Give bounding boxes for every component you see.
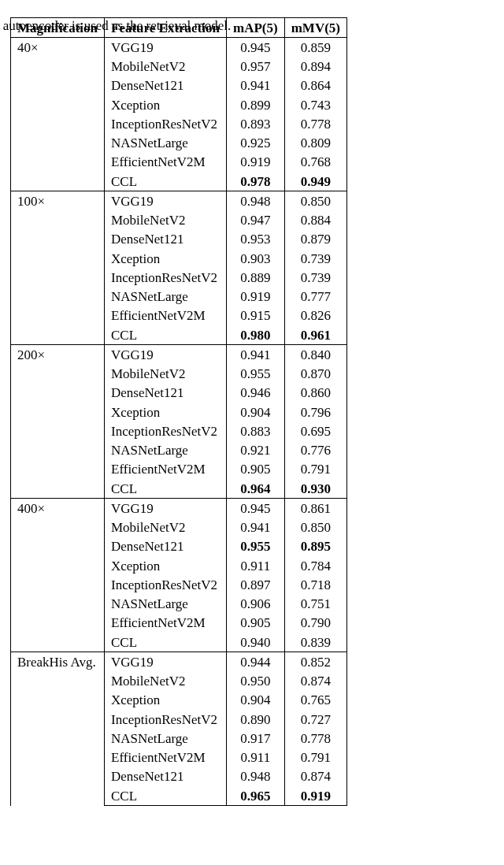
- map5-cell: 0.941: [227, 76, 285, 95]
- map5-cell: 0.904: [227, 691, 285, 710]
- table-row: 400×VGG190.9450.861: [11, 499, 347, 518]
- feature-cell: VGG19: [105, 191, 227, 211]
- map5-cell: 0.890: [227, 710, 285, 729]
- mmv5-cell: 0.768: [284, 153, 346, 172]
- feature-cell: EfficientNetV2M: [105, 614, 227, 633]
- mmv5-cell: 0.895: [284, 537, 346, 556]
- mmv5-cell: 0.791: [284, 460, 346, 479]
- map5-cell: 0.919: [227, 288, 285, 306]
- map5-cell: 0.946: [227, 384, 285, 403]
- feature-cell: Xception: [105, 95, 227, 114]
- map5-cell: 0.904: [227, 403, 285, 421]
- map5-cell: 0.965: [227, 786, 285, 806]
- map5-cell: 0.947: [227, 211, 285, 230]
- feature-cell: VGG19: [105, 499, 227, 518]
- feature-cell: DenseNet121: [105, 230, 227, 249]
- mmv5-cell: 0.718: [284, 575, 346, 594]
- mmv5-cell: 0.809: [284, 134, 346, 153]
- mmv5-cell: 0.861: [284, 499, 346, 518]
- mmv5-cell: 0.859: [284, 38, 346, 58]
- feature-cell: NASNetLarge: [105, 729, 227, 748]
- mmv5-cell: 0.879: [284, 230, 346, 249]
- col-mmv5: mMV(5): [284, 18, 346, 38]
- mmv5-cell: 0.743: [284, 95, 346, 114]
- map5-cell: 0.945: [227, 499, 285, 518]
- mmv5-cell: 0.695: [284, 421, 346, 440]
- mmv5-cell: 0.796: [284, 403, 346, 421]
- mmv5-cell: 0.777: [284, 288, 346, 306]
- mmv5-cell: 0.784: [284, 556, 346, 575]
- map5-cell: 0.948: [227, 767, 285, 786]
- map5-cell: 0.911: [227, 556, 285, 575]
- feature-cell: EfficientNetV2M: [105, 460, 227, 479]
- magnification-cell: BreakHis Avg.: [11, 652, 105, 806]
- feature-cell: DenseNet121: [105, 767, 227, 786]
- map5-cell: 0.889: [227, 268, 285, 287]
- magnification-cell: 40×: [11, 38, 105, 191]
- feature-cell: DenseNet121: [105, 384, 227, 403]
- map5-cell: 0.941: [227, 345, 285, 365]
- feature-cell: CCL: [105, 172, 227, 191]
- mmv5-cell: 0.751: [284, 595, 346, 614]
- feature-cell: VGG19: [105, 652, 227, 672]
- map5-cell: 0.883: [227, 421, 285, 440]
- mmv5-cell: 0.870: [284, 365, 346, 384]
- map5-cell: 0.905: [227, 460, 285, 479]
- mmv5-cell: 0.826: [284, 306, 346, 325]
- mmv5-cell: 0.778: [284, 729, 346, 748]
- feature-cell: EfficientNetV2M: [105, 748, 227, 767]
- feature-cell: MobileNetV2: [105, 211, 227, 230]
- mmv5-cell: 0.727: [284, 710, 346, 729]
- map5-cell: 0.980: [227, 325, 285, 345]
- map5-cell: 0.917: [227, 729, 285, 748]
- mmv5-cell: 0.778: [284, 114, 346, 133]
- feature-cell: NASNetLarge: [105, 288, 227, 306]
- mmv5-cell: 0.839: [284, 633, 346, 652]
- mmv5-cell: 0.840: [284, 345, 346, 365]
- map5-cell: 0.906: [227, 595, 285, 614]
- feature-cell: CCL: [105, 786, 227, 806]
- magnification-cell: 200×: [11, 345, 105, 499]
- mmv5-cell: 0.860: [284, 384, 346, 403]
- magnification-cell: 100×: [11, 191, 105, 345]
- mmv5-cell: 0.852: [284, 652, 346, 672]
- map5-cell: 0.911: [227, 748, 285, 767]
- feature-cell: CCL: [105, 479, 227, 499]
- mmv5-cell: 0.949: [284, 172, 346, 191]
- map5-cell: 0.899: [227, 95, 285, 114]
- feature-cell: Xception: [105, 691, 227, 710]
- feature-cell: VGG19: [105, 38, 227, 58]
- table-row: 100×VGG190.9480.850: [11, 191, 347, 211]
- map5-cell: 0.941: [227, 518, 285, 537]
- map5-cell: 0.921: [227, 441, 285, 460]
- mmv5-cell: 0.739: [284, 268, 346, 287]
- feature-cell: Xception: [105, 556, 227, 575]
- col-map5: mAP(5): [227, 18, 285, 38]
- feature-cell: InceptionResNetV2: [105, 421, 227, 440]
- map5-cell: 0.940: [227, 633, 285, 652]
- mmv5-cell: 0.776: [284, 441, 346, 460]
- feature-cell: Xception: [105, 249, 227, 268]
- map5-cell: 0.950: [227, 672, 285, 691]
- feature-cell: MobileNetV2: [105, 58, 227, 76]
- map5-cell: 0.903: [227, 249, 285, 268]
- map5-cell: 0.925: [227, 134, 285, 153]
- feature-cell: InceptionResNetV2: [105, 710, 227, 729]
- feature-cell: Xception: [105, 403, 227, 421]
- map5-cell: 0.955: [227, 365, 285, 384]
- mmv5-cell: 0.791: [284, 748, 346, 767]
- map5-cell: 0.953: [227, 230, 285, 249]
- feature-cell: NASNetLarge: [105, 595, 227, 614]
- feature-cell: NASNetLarge: [105, 134, 227, 153]
- feature-cell: EfficientNetV2M: [105, 306, 227, 325]
- feature-cell: EfficientNetV2M: [105, 153, 227, 172]
- mmv5-cell: 0.874: [284, 767, 346, 786]
- map5-cell: 0.957: [227, 58, 285, 76]
- mmv5-cell: 0.874: [284, 672, 346, 691]
- table-row: BreakHis Avg.VGG190.9440.852: [11, 652, 347, 672]
- mmv5-cell: 0.894: [284, 58, 346, 76]
- feature-cell: InceptionResNetV2: [105, 114, 227, 133]
- feature-cell: DenseNet121: [105, 537, 227, 556]
- mmv5-cell: 0.919: [284, 786, 346, 806]
- table-body: 40×VGG190.9450.859MobileNetV20.9570.894D…: [11, 38, 347, 806]
